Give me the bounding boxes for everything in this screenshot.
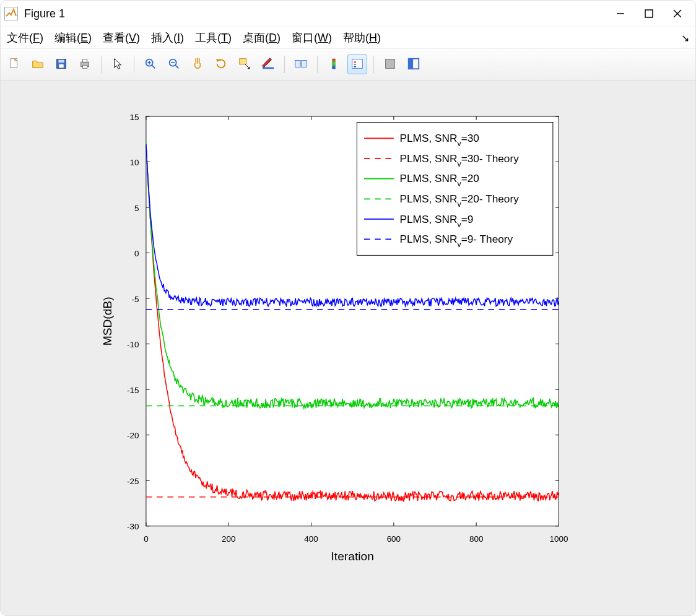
- svg-text:10: 10: [129, 158, 139, 167]
- svg-text:-20: -20: [127, 431, 139, 440]
- colorbar-icon: [327, 57, 341, 72]
- brush-button[interactable]: [258, 54, 278, 74]
- svg-text:0: 0: [134, 249, 139, 258]
- dock-fig-button[interactable]: [404, 54, 424, 74]
- svg-text:1000: 1000: [550, 534, 568, 544]
- maximize-button[interactable]: [635, 1, 663, 27]
- menu-window[interactable]: 窗口(W): [292, 30, 332, 45]
- save-button[interactable]: [51, 54, 71, 74]
- open-button[interactable]: [28, 54, 48, 74]
- svg-text:200: 200: [222, 534, 235, 544]
- svg-rect-22: [263, 67, 274, 69]
- close-button[interactable]: [663, 1, 692, 27]
- zoom-out-icon: [167, 57, 181, 72]
- svg-text:-15: -15: [127, 386, 139, 395]
- svg-text:-10: -10: [127, 340, 139, 349]
- svg-rect-32: [409, 58, 413, 69]
- svg-text:-30: -30: [127, 522, 139, 531]
- legend[interactable]: PLMS, SNRv=30PLMS, SNRv=30- TheoryPLMS, …: [357, 123, 553, 256]
- svg-line-17: [175, 64, 179, 68]
- svg-text:Iteration: Iteration: [331, 550, 374, 563]
- minimize-button[interactable]: [606, 1, 635, 27]
- hide-tools-button[interactable]: [380, 54, 400, 74]
- dock-fig-icon: [407, 57, 420, 72]
- open-icon: [31, 57, 45, 72]
- menu-file[interactable]: 文件(F): [7, 30, 43, 45]
- data-cursor-icon: [238, 57, 251, 72]
- toolbar: [1, 49, 695, 80]
- svg-text:15: 15: [129, 113, 139, 122]
- svg-text:MSD(dB): MSD(dB): [101, 297, 114, 345]
- svg-rect-1: [645, 10, 653, 17]
- colorbar-button[interactable]: [324, 54, 344, 74]
- zoom-in-icon: [144, 57, 157, 72]
- link-button[interactable]: [291, 54, 311, 74]
- svg-rect-7: [58, 59, 64, 63]
- window-title: Figure 1: [24, 7, 65, 20]
- menu-help[interactable]: 帮助(H): [343, 30, 381, 45]
- svg-text:400: 400: [304, 534, 318, 544]
- new-button[interactable]: [4, 54, 24, 74]
- legend-icon: [350, 57, 364, 72]
- pointer-button[interactable]: [108, 54, 128, 74]
- menu-tools[interactable]: 工具(T): [195, 30, 232, 45]
- link-icon: [294, 57, 308, 72]
- zoom-out-button[interactable]: [164, 54, 184, 74]
- svg-rect-11: [82, 65, 87, 68]
- axes-canvas[interactable]: 02004006008001000-30-25-20-15-10-5051015…: [7, 87, 689, 609]
- svg-rect-30: [386, 59, 395, 68]
- menu-desktop[interactable]: 桌面(D): [243, 30, 281, 45]
- svg-rect-23: [295, 60, 300, 67]
- brush-icon: [261, 57, 275, 72]
- figure-window: Figure 1 文件(F) 编辑(E) 查看(V) 插入(I) 工具(T) 桌…: [0, 0, 696, 616]
- svg-rect-20: [240, 58, 246, 64]
- menubar: 文件(F) 编辑(E) 查看(V) 插入(I) 工具(T) 桌面(D) 窗口(W…: [1, 27, 695, 49]
- menu-insert[interactable]: 插入(I): [151, 30, 184, 45]
- legend-button[interactable]: [347, 54, 367, 74]
- svg-rect-8: [59, 64, 63, 67]
- new-icon: [7, 57, 21, 72]
- svg-text:5: 5: [134, 204, 139, 213]
- svg-rect-25: [332, 58, 336, 69]
- print-icon: [78, 57, 92, 72]
- svg-text:600: 600: [387, 534, 401, 544]
- pointer-icon: [111, 57, 124, 72]
- hide-tools-icon: [383, 57, 397, 72]
- rotate-button[interactable]: [211, 54, 231, 74]
- svg-text:0: 0: [144, 534, 148, 544]
- dock-arrow-icon[interactable]: ↘: [681, 32, 689, 44]
- menu-view[interactable]: 查看(V): [103, 30, 140, 45]
- print-button[interactable]: [75, 54, 95, 74]
- data-cursor-button[interactable]: [235, 54, 254, 74]
- matlab-icon: [4, 7, 18, 20]
- menu-edit[interactable]: 编辑(E): [54, 30, 92, 45]
- svg-text:-25: -25: [127, 477, 139, 486]
- svg-text:800: 800: [469, 534, 483, 544]
- zoom-in-button[interactable]: [141, 54, 160, 74]
- pan-icon: [191, 57, 204, 72]
- svg-text:-5: -5: [131, 295, 139, 304]
- svg-line-13: [152, 64, 155, 68]
- svg-rect-26: [352, 59, 363, 68]
- titlebar: Figure 1: [1, 1, 695, 27]
- save-icon: [54, 57, 68, 72]
- rotate-icon: [214, 57, 228, 72]
- svg-rect-10: [82, 59, 87, 62]
- svg-rect-24: [302, 60, 307, 67]
- figure-area: 02004006008001000-30-25-20-15-10-5051015…: [1, 80, 695, 615]
- pan-button[interactable]: [188, 54, 207, 74]
